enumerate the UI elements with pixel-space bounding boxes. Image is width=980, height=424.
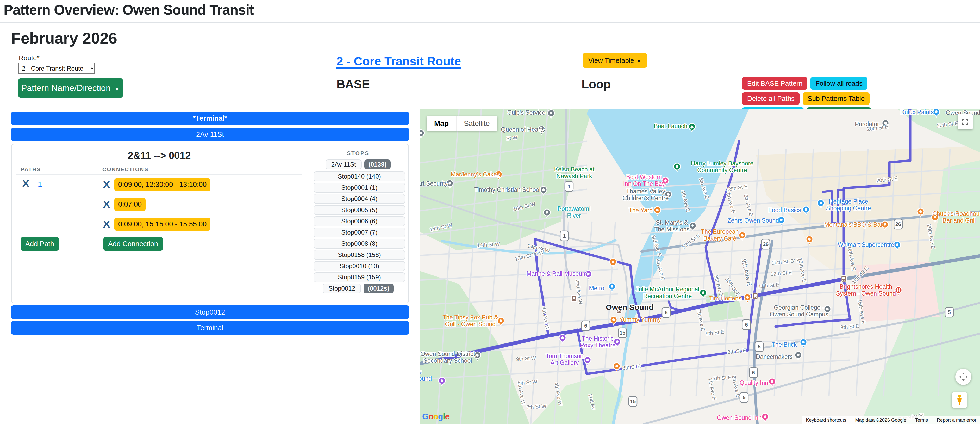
google-logo-letter: e: [445, 412, 449, 421]
stop-pill[interactable]: Stop0010 (10): [313, 261, 405, 271]
direction-heading: Loop: [582, 77, 611, 91]
google-logo-letter: g: [438, 412, 443, 421]
poi-label: Dancemakers: [756, 353, 793, 360]
action-button-follow-all-roads[interactable]: Follow all roads: [810, 77, 867, 90]
delete-connection-icon[interactable]: X: [103, 199, 110, 210]
paths-column-header: PATHS: [21, 166, 41, 172]
poi-label: Best Western Inn On The Bay: [623, 174, 665, 187]
svg-text:6: 6: [584, 323, 587, 328]
poi-label: Marine & Rail Museum: [527, 270, 587, 277]
attribution-item[interactable]: Map data ©2026 Google: [855, 418, 906, 423]
pattern-name-heading: BASE: [336, 77, 370, 91]
stop-pill[interactable]: Stop0012: [323, 284, 361, 293]
stop-row-last: Stop0012(0012s): [307, 284, 409, 293]
svg-text:26: 26: [896, 221, 901, 227]
view-timetable-label: View Timetable: [588, 57, 634, 64]
attribution-item[interactable]: Keyboard shortcuts: [806, 418, 846, 423]
poi-label: Metro: [589, 285, 605, 292]
pegman-icon[interactable]: [952, 392, 967, 408]
poi-label: Owen Sound Inn: [717, 414, 762, 421]
map-attribution: Keyboard shortcutsMap data ©2026 GoogleT…: [802, 416, 980, 424]
svg-text:6: 6: [752, 370, 755, 376]
poi-label: The Brick: [772, 341, 797, 348]
delete-path-icon[interactable]: X: [22, 178, 29, 189]
stop-pill[interactable]: Stop0140 (140): [313, 172, 405, 182]
terminal-bar-top[interactable]: *Terminal*: [11, 112, 409, 125]
google-logo-letter: o: [428, 412, 433, 421]
poi-label: St. Mary's & The Missions: [654, 219, 689, 233]
view-timetable-button[interactable]: View Timetable▼: [582, 53, 647, 68]
stops-panel: STOPS 2Av 11St(0139)Stop0140 (140)Stop00…: [307, 144, 409, 303]
connection-time-badge[interactable]: 0:09:00, 12:30:00 - 13:10:00: [115, 178, 210, 191]
poi-label: ly's ven Sound: [420, 368, 432, 382]
svg-text:15: 15: [630, 398, 636, 404]
stop-pill[interactable]: Stop0159 (159): [313, 273, 405, 282]
stop-pill[interactable]: Stop0008 (8): [313, 239, 405, 249]
poi-label: Owen Sound District Secondary School: [420, 351, 475, 364]
map-canvas: 11666615155552626+H: [420, 110, 980, 424]
google-logo-letter: G: [422, 412, 428, 421]
poi-label: Brightshores Health System - Owen Sound: [836, 283, 896, 297]
svg-text:1: 1: [568, 183, 570, 189]
action-button-edit-base-pattern[interactable]: Edit BASE Pattern: [742, 77, 807, 90]
stop-row-first: 2Av 11St(0139): [307, 159, 409, 169]
stop-pill[interactable]: Stop0158 (158): [313, 250, 405, 260]
stop-bar-2av11st[interactable]: 2Av 11St: [11, 128, 409, 141]
route-select[interactable]: 2 - Core Transit Route: [18, 62, 95, 74]
action-button-delete-all-paths[interactable]: Delete all Paths: [742, 92, 800, 105]
section-title: 2&11 --> 0012: [12, 150, 307, 161]
path-number-link[interactable]: 1: [38, 180, 42, 188]
poi-label: Zehrs Owen Sound: [727, 217, 779, 224]
page-title: Pattern Overview: Owen Sound Transit: [4, 2, 254, 18]
add-path-button[interactable]: Add Path: [21, 237, 59, 251]
route-link[interactable]: 2 - Core Transit Route: [336, 54, 461, 68]
pattern-name-direction-button[interactable]: Pattern Name/Direction▼: [18, 78, 123, 98]
connection-row: X0:07:00: [16, 194, 302, 214]
svg-text:6: 6: [665, 309, 668, 315]
stop-code-badge: (0139): [364, 159, 391, 169]
google-map[interactable]: 11666615155552626+H Culp's ServiceQueen …: [420, 110, 980, 424]
stop-pill[interactable]: Stop0006 (6): [313, 216, 405, 226]
pan-control-icon[interactable]: [955, 369, 971, 385]
header-divider: [0, 22, 980, 23]
attribution-item[interactable]: Report a map error: [937, 418, 976, 423]
add-connection-button[interactable]: Add Connection: [103, 237, 163, 251]
delete-connection-icon[interactable]: X: [103, 179, 110, 190]
poi-label: Purolator: [855, 121, 879, 128]
stop-pill[interactable]: Stop0007 (7): [313, 228, 405, 238]
map-type-satellite-button[interactable]: Satellite: [456, 116, 497, 131]
svg-text:15: 15: [620, 330, 625, 336]
poi-label: Dulux Paints: [900, 110, 934, 115]
google-logo: Google: [422, 412, 449, 421]
stop-pill[interactable]: Stop0005 (5): [313, 205, 405, 215]
delete-connection-icon[interactable]: X: [103, 219, 110, 230]
stop-pill[interactable]: Stop0004 (4): [313, 194, 405, 204]
poi-label: The Historic Roxy Theatre: [580, 335, 616, 349]
google-logo-letter: o: [433, 412, 438, 421]
poi-label: Julie McArthur Regional Recreation Centr…: [636, 286, 699, 300]
poi-label: Heritage Place Shopping Centre: [826, 198, 871, 212]
stop-pill[interactable]: 2Av 11St: [326, 159, 362, 169]
poi-label: The European Bakery Café: [701, 228, 739, 242]
connection-row: X1X0:09:00, 12:30:00 - 13:10:00: [16, 174, 302, 194]
connection-time-badge[interactable]: 0:09:00, 15:15:00 - 15:55:00: [115, 218, 210, 231]
svg-text:1: 1: [563, 233, 566, 239]
poi-label: Queen of Hearts: [501, 126, 545, 133]
poi-label: Walmart Supercentre: [838, 241, 894, 248]
poi-label: Kelso Beach at Nawash Park: [554, 166, 595, 180]
stop-bar-stop0012[interactable]: Stop0012: [11, 305, 409, 319]
map-type-control: Map Satellite: [427, 116, 497, 131]
terminal-bar-bottom[interactable]: Terminal: [11, 321, 409, 335]
fullscreen-icon[interactable]: [958, 114, 973, 129]
map-type-map-button[interactable]: Map: [427, 116, 456, 131]
svg-text:5: 5: [743, 395, 745, 400]
stop-pill[interactable]: Stop0001 (1): [313, 183, 405, 193]
poi-label: Food Basics: [768, 207, 801, 214]
poi-label: Owen Sound: [606, 303, 654, 312]
attribution-item[interactable]: Terms: [915, 418, 928, 423]
month-title: February 2026: [11, 29, 117, 47]
action-button-sub-patterns-table[interactable]: Sub Patterns Table: [803, 92, 870, 105]
svg-text:+: +: [691, 223, 694, 228]
connection-time-badge[interactable]: 0:07:00: [115, 198, 146, 211]
poi-label: Montana's BBQ & Bar: [824, 221, 883, 228]
